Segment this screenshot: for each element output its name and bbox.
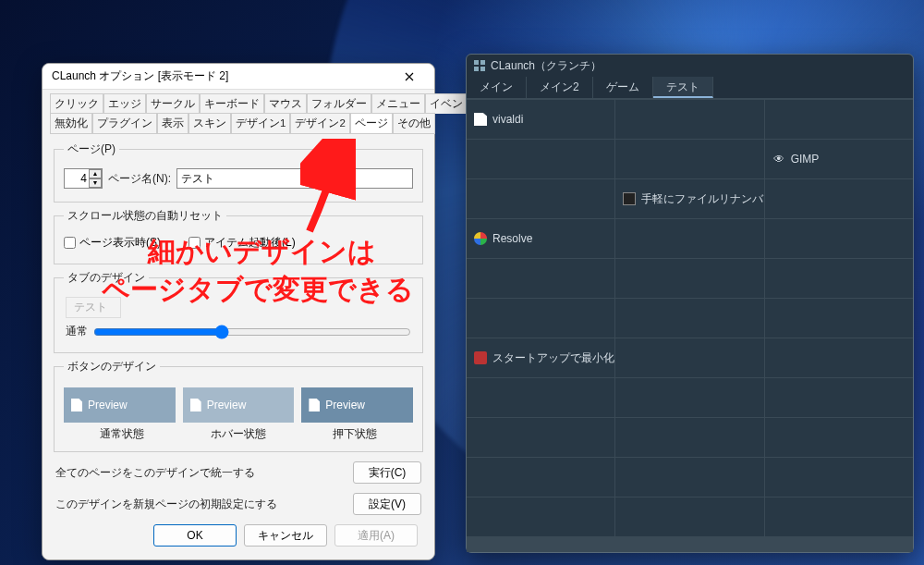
cell-empty[interactable] xyxy=(615,100,763,139)
cell-startup[interactable]: スタートアップで最小化起動コ xyxy=(467,338,614,377)
cancel-button[interactable]: キャンセル xyxy=(244,524,327,547)
tab-circle[interactable]: サークル xyxy=(146,93,200,114)
launcher-title: CLaunch（クランチ） xyxy=(491,58,602,74)
page-name-input[interactable] xyxy=(176,168,413,189)
tab-skin[interactable]: スキン xyxy=(188,113,231,134)
cell-empty[interactable] xyxy=(615,299,763,338)
file-icon xyxy=(71,399,82,411)
cb-page-shown[interactable]: ページ表示時(S) xyxy=(64,235,161,251)
preview-press[interactable]: Preview xyxy=(301,387,413,423)
cell-empty[interactable] xyxy=(765,418,913,457)
cell-gimp[interactable]: GIMP xyxy=(765,140,913,178)
state-normal-label: 通常状態 xyxy=(64,426,180,442)
page-name-label: ページ名(N): xyxy=(108,171,171,187)
newpage-button[interactable]: 設定(V) xyxy=(353,493,421,515)
svg-rect-2 xyxy=(474,67,479,71)
cell-renamer-label: 手軽にファイルリナンバー xyxy=(641,191,763,207)
cell-empty[interactable] xyxy=(765,497,913,536)
cell-empty[interactable] xyxy=(765,179,913,218)
page-number-up[interactable]: ▲ xyxy=(89,169,102,178)
svg-rect-0 xyxy=(474,60,479,65)
tab-plugin[interactable]: プラグイン xyxy=(92,113,157,134)
launcher-tab-game[interactable]: ゲーム xyxy=(593,77,653,98)
tab-mouse[interactable]: マウス xyxy=(264,93,307,114)
launcher-tab-main[interactable]: メイン xyxy=(467,77,527,98)
launcher-tab-main2[interactable]: メイン2 xyxy=(527,77,593,98)
unify-button[interactable]: 実行(C) xyxy=(353,461,421,484)
cell-renamer[interactable]: 手軽にファイルリナンバー xyxy=(615,179,763,218)
page-group: ページ(P) ▲ ▼ ページ名(N): xyxy=(54,141,423,203)
apply-button[interactable]: 適用(A) xyxy=(334,524,418,547)
tab-design-preview: テスト xyxy=(66,297,121,318)
cell-gimp-label: GIMP xyxy=(791,153,820,166)
tab-disable[interactable]: 無効化 xyxy=(50,113,92,134)
cell-empty[interactable] xyxy=(615,378,763,417)
tab-page[interactable]: ページ xyxy=(350,113,393,134)
cell-empty[interactable] xyxy=(615,259,763,298)
state-hover-label: ホバー状態 xyxy=(180,426,297,442)
tab-other[interactable]: その他 xyxy=(393,113,435,134)
cell-empty[interactable] xyxy=(615,418,763,457)
preview-hover[interactable]: Preview xyxy=(183,387,295,423)
cb-after-launch-input[interactable] xyxy=(188,237,201,249)
tab-display[interactable]: 表示 xyxy=(157,113,188,134)
launcher-tab-test[interactable]: テスト xyxy=(653,77,713,98)
scroll-reset-legend: スクロール状態の自動リセット xyxy=(64,208,226,224)
page-number-down[interactable]: ▼ xyxy=(89,178,102,188)
cell-vivaldi-label: vivaldi xyxy=(492,113,523,126)
options-close-button[interactable] xyxy=(394,67,425,87)
launcher-tabstrip: メイン メイン2 ゲーム テスト xyxy=(467,77,913,99)
cell-empty[interactable] xyxy=(467,497,614,536)
launcher-window: CLaunch（クランチ） メイン メイン2 ゲーム テスト vivaldi G… xyxy=(466,54,914,553)
preview-normal[interactable]: Preview xyxy=(64,387,176,423)
tab-folder[interactable]: フォルダー xyxy=(307,93,371,114)
tab-design-group: タブのデザイン テスト 通常 xyxy=(54,270,423,353)
cell-vivaldi[interactable]: vivaldi xyxy=(467,100,614,139)
cell-empty[interactable] xyxy=(765,458,913,497)
page-icon xyxy=(474,113,487,126)
tab-menu[interactable]: メニュー xyxy=(371,93,425,114)
tab-click[interactable]: クリック xyxy=(50,93,103,114)
cb-after-launch[interactable]: アイテム起動後(L) xyxy=(188,235,296,251)
cell-empty[interactable] xyxy=(467,299,614,338)
startup-icon xyxy=(474,351,487,364)
cell-resolve[interactable]: Resolve xyxy=(467,219,614,258)
cell-empty[interactable] xyxy=(765,219,913,258)
preview-normal-label: Preview xyxy=(88,399,128,411)
cell-empty[interactable] xyxy=(765,378,913,417)
cell-empty[interactable] xyxy=(615,458,763,497)
cell-empty[interactable] xyxy=(467,140,614,178)
tab-edge[interactable]: エッジ xyxy=(103,93,146,114)
tab-design1[interactable]: デザイン1 xyxy=(231,113,290,134)
tab-keyboard[interactable]: キーボード xyxy=(200,93,264,114)
cell-empty[interactable] xyxy=(615,219,763,258)
cell-empty[interactable] xyxy=(765,259,913,298)
cell-empty[interactable] xyxy=(467,418,614,457)
cell-empty[interactable] xyxy=(467,259,614,298)
ok-button[interactable]: OK xyxy=(153,524,237,547)
cell-empty[interactable] xyxy=(615,140,763,178)
cell-empty[interactable] xyxy=(615,338,763,377)
preview-hover-label: Preview xyxy=(207,399,247,411)
cell-empty[interactable] xyxy=(467,458,614,497)
scroll-reset-group: スクロール状態の自動リセット ページ表示時(S) アイテム起動後(L) xyxy=(54,208,423,264)
gimp-icon xyxy=(772,153,785,166)
cell-empty[interactable] xyxy=(467,378,614,417)
resolve-icon xyxy=(474,232,487,245)
cell-empty[interactable] xyxy=(765,338,913,377)
svg-rect-1 xyxy=(480,60,485,65)
cb-page-shown-input[interactable] xyxy=(64,237,76,249)
cell-startup-label: スタートアップで最小化起動コ xyxy=(492,350,614,366)
page-number-input[interactable] xyxy=(65,172,89,185)
tab-design2[interactable]: デザイン2 xyxy=(290,113,349,134)
cell-empty[interactable] xyxy=(765,299,913,338)
page-number-stepper[interactable]: ▲ ▼ xyxy=(64,168,103,189)
launcher-grid: vivaldi GIMP 手軽にファイルリナンバー Resolve xyxy=(467,99,913,552)
cell-empty[interactable] xyxy=(615,497,763,536)
tab-design-slider[interactable] xyxy=(93,325,411,339)
cell-empty[interactable] xyxy=(765,100,913,139)
svg-rect-3 xyxy=(480,67,485,71)
options-titlebar: CLaunch オプション [表示モード 2] xyxy=(43,64,434,90)
cell-empty[interactable] xyxy=(467,179,614,218)
close-icon xyxy=(405,72,414,81)
